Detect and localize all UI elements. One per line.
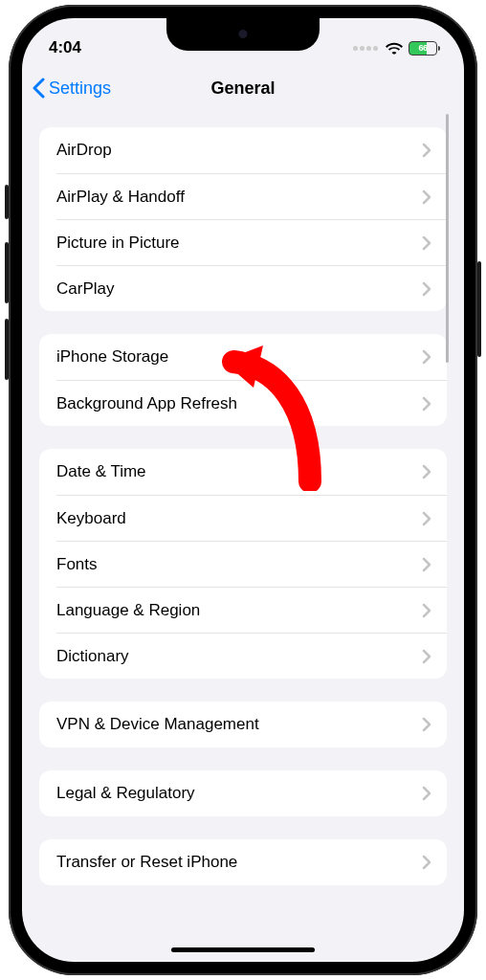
chevron-right-icon <box>422 189 431 205</box>
row-carplay[interactable]: CarPlay <box>56 265 447 311</box>
settings-group: Legal & Regulatory <box>39 770 447 816</box>
screen: 4:04 66 Settings General <box>22 18 464 962</box>
settings-group: AirDropAirPlay & HandoffPicture in Pictu… <box>39 127 447 311</box>
chevron-right-icon <box>422 649 431 664</box>
back-label: Settings <box>49 78 111 99</box>
row-label: Background App Refresh <box>56 394 237 413</box>
row-label: VPN & Device Management <box>56 715 259 734</box>
row-label: Transfer or Reset iPhone <box>56 853 237 872</box>
row-legal-regulatory[interactable]: Legal & Regulatory <box>39 770 447 816</box>
status-time: 4:04 <box>49 38 81 57</box>
chevron-right-icon <box>422 464 431 479</box>
settings-group: Transfer or Reset iPhone <box>39 839 447 885</box>
nav-bar: Settings General <box>22 66 464 110</box>
chevron-right-icon <box>422 396 431 412</box>
page-title: General <box>210 78 275 99</box>
chevron-right-icon <box>422 349 431 365</box>
volume-down-button <box>5 319 9 380</box>
row-label: Keyboard <box>56 509 126 528</box>
notch <box>166 18 320 51</box>
row-fonts[interactable]: Fonts <box>56 541 447 587</box>
row-label: Picture in Picture <box>56 234 180 253</box>
wifi-icon <box>386 42 403 55</box>
chevron-right-icon <box>422 717 431 732</box>
row-date-time[interactable]: Date & Time <box>39 449 447 495</box>
row-label: iPhone Storage <box>56 347 168 367</box>
row-airdrop[interactable]: AirDrop <box>39 127 447 173</box>
row-airplay-handoff[interactable]: AirPlay & Handoff <box>56 173 447 219</box>
chevron-right-icon <box>422 143 431 158</box>
home-indicator[interactable] <box>171 947 315 952</box>
row-dictionary[interactable]: Dictionary <box>56 633 447 679</box>
back-button[interactable]: Settings <box>32 78 111 99</box>
row-label: Legal & Regulatory <box>56 784 195 803</box>
row-transfer-reset-iphone[interactable]: Transfer or Reset iPhone <box>39 839 447 885</box>
row-label: Dictionary <box>56 647 129 666</box>
content[interactable]: AirDropAirPlay & HandoffPicture in Pictu… <box>22 110 464 885</box>
row-background-app-refresh[interactable]: Background App Refresh <box>56 380 447 426</box>
cellular-dots-icon <box>353 46 378 51</box>
settings-group: Date & TimeKeyboardFontsLanguage & Regio… <box>39 449 447 679</box>
chevron-right-icon <box>422 281 431 297</box>
power-button <box>477 261 481 357</box>
settings-group: iPhone StorageBackground App Refresh <box>39 334 447 426</box>
row-label: Date & Time <box>56 462 146 481</box>
scrollbar[interactable] <box>446 114 449 363</box>
phone-frame: 4:04 66 Settings General <box>9 5 477 975</box>
row-picture-in-picture[interactable]: Picture in Picture <box>56 219 447 265</box>
row-language-region[interactable]: Language & Region <box>56 587 447 633</box>
row-vpn-device-management[interactable]: VPN & Device Management <box>39 702 447 747</box>
row-label: AirPlay & Handoff <box>56 188 185 207</box>
battery-level: 66 <box>418 43 427 53</box>
chevron-right-icon <box>422 511 431 526</box>
battery-icon: 66 <box>409 41 437 56</box>
chevron-right-icon <box>422 855 431 870</box>
chevron-right-icon <box>422 786 431 801</box>
chevron-right-icon <box>422 557 431 572</box>
row-label: CarPlay <box>56 279 114 299</box>
row-label: Fonts <box>56 555 98 574</box>
volume-up-button <box>5 242 9 303</box>
front-camera <box>239 30 248 38</box>
chevron-right-icon <box>422 235 431 251</box>
row-keyboard[interactable]: Keyboard <box>56 495 447 541</box>
chevron-left-icon <box>32 78 45 99</box>
row-iphone-storage[interactable]: iPhone Storage <box>39 334 447 380</box>
silence-switch <box>5 185 9 219</box>
status-right: 66 <box>353 41 437 56</box>
settings-group: VPN & Device Management <box>39 702 447 747</box>
row-label: Language & Region <box>56 601 200 620</box>
chevron-right-icon <box>422 603 431 618</box>
row-label: AirDrop <box>56 141 112 160</box>
